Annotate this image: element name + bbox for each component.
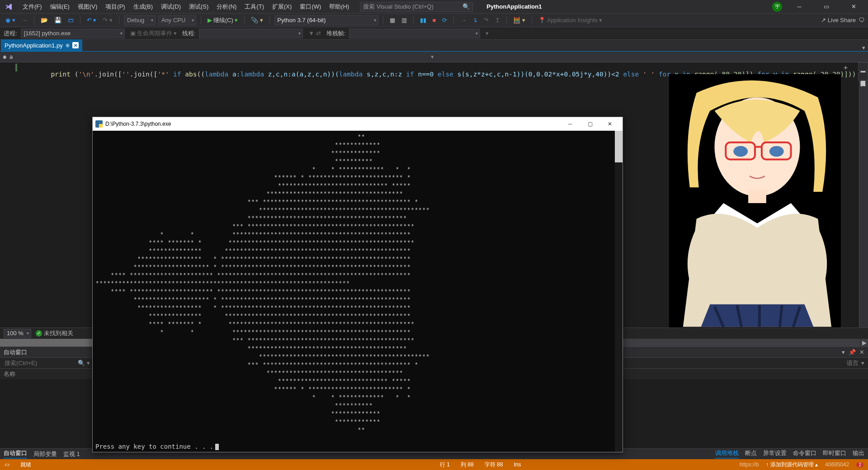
search-input[interactable]: 搜索 Visual Studio (Ctrl+Q) 🔍 bbox=[360, 2, 473, 12]
side-tab-team[interactable]: 团队资源管理器 bbox=[858, 72, 868, 81]
search-dropdown-icon[interactable]: 🔍 ▾ bbox=[78, 360, 90, 366]
tab-watch[interactable]: 监视 1 bbox=[63, 450, 80, 458]
platform-select[interactable]: Any CPU bbox=[158, 15, 196, 25]
h-scroll-thumb[interactable] bbox=[0, 339, 97, 347]
change-marker bbox=[15, 64, 17, 71]
restart-button[interactable]: ⟳ bbox=[440, 16, 449, 24]
error-status[interactable]: ✓ 未找到相关 bbox=[36, 329, 73, 337]
tab-breakpoints[interactable]: 断点 bbox=[745, 449, 757, 459]
console-scroll-thumb[interactable] bbox=[615, 131, 623, 162]
menu-window[interactable]: 窗口(W) bbox=[296, 1, 325, 13]
status-col: 列 88 bbox=[461, 461, 474, 469]
console-window: D:\Python-3.7.3\python.exe ─ ▢ ✕ ** bbox=[92, 117, 623, 452]
zoom-select[interactable]: 100 % bbox=[4, 329, 31, 338]
redo-button: ↷ ▾ bbox=[101, 16, 114, 24]
panel-pin-icon[interactable]: 📌 bbox=[849, 349, 856, 356]
interpreter-select[interactable]: Python 3.7 (64-bit) bbox=[274, 15, 378, 25]
menu-build[interactable]: 生成(B) bbox=[130, 1, 156, 13]
tab-overflow-button[interactable]: ▾ bbox=[862, 44, 865, 51]
stop-button[interactable]: ■ bbox=[431, 16, 438, 24]
save-button[interactable]: 💾 bbox=[52, 16, 63, 24]
window-maximize[interactable]: ▭ bbox=[816, 0, 836, 13]
insights-button[interactable]: 📍 Application Insights ▾ bbox=[537, 16, 604, 24]
tab-auto[interactable]: 自动窗口 bbox=[4, 449, 27, 459]
console-output: ** ************ ************* bbox=[93, 131, 623, 435]
console-minimize[interactable]: ─ bbox=[560, 118, 580, 130]
save-all-button[interactable]: 🗃 bbox=[66, 16, 75, 24]
search-icon: 🔍 bbox=[462, 3, 470, 10]
open-file-button[interactable]: 📂 bbox=[39, 16, 50, 24]
step-into-button[interactable]: ↴ bbox=[471, 16, 479, 24]
crumb-dropdown-icon[interactable]: ▾ bbox=[431, 53, 434, 60]
cursor bbox=[215, 444, 219, 450]
close-tab-button[interactable]: ✕ bbox=[72, 42, 79, 48]
vs-logo-icon bbox=[4, 1, 14, 12]
console-close[interactable]: ✕ bbox=[600, 118, 620, 130]
tab-callstack[interactable]: 调用堆栈 bbox=[715, 449, 739, 459]
status-ready: 就绪 bbox=[20, 461, 31, 469]
lifecycle-button: ▣ 生命周期事件 ▾ bbox=[128, 28, 179, 38]
menu-help[interactable]: 帮助(H) bbox=[326, 1, 353, 13]
layout1-button[interactable]: ▦ bbox=[388, 16, 397, 24]
tab-output[interactable]: 输出 bbox=[853, 449, 864, 459]
thread-label: 线程: bbox=[182, 29, 196, 38]
window-minimize[interactable]: ─ bbox=[789, 0, 809, 13]
menu-analyze[interactable]: 分析(N) bbox=[213, 1, 240, 13]
menu-test[interactable]: 测试(S) bbox=[185, 1, 212, 13]
process-label: 进程: bbox=[4, 29, 17, 38]
file-tab[interactable]: PythonApplication1.py ⊕ ✕ bbox=[1, 39, 82, 51]
thread-select[interactable] bbox=[199, 28, 303, 38]
config-select[interactable]: Debug bbox=[124, 15, 156, 25]
main-toolbar: ◉ ▾ → 📂 💾 🗃 ↶ ▾ ↷ ▾ Debug Any CPU ▶ 继续(C… bbox=[0, 14, 868, 27]
menu-tools[interactable]: 工具(T) bbox=[241, 1, 268, 13]
undo-button[interactable]: ↶ ▾ bbox=[85, 16, 99, 24]
status-source-control[interactable]: ↑ 添加到源代码管理 ▴ bbox=[766, 461, 818, 469]
console-body[interactable]: ** ************ ************* bbox=[93, 131, 623, 452]
tab-locals[interactable]: 局部变量 bbox=[33, 450, 57, 458]
menu-view[interactable]: 视图(V) bbox=[74, 1, 101, 13]
split-editor-button[interactable]: ＋ bbox=[842, 63, 849, 72]
continue-button[interactable]: ▶ 继续(C) ▾ bbox=[206, 15, 240, 25]
tab-immediate[interactable]: 即时窗口 bbox=[823, 449, 846, 459]
nav-back-button[interactable]: ◉ ▾ bbox=[4, 16, 17, 24]
menu-extensions[interactable]: 扩展(X) bbox=[269, 1, 295, 13]
diag-button[interactable]: 🧮 ▾ bbox=[511, 16, 527, 24]
pause-button[interactable]: ▮▮ bbox=[418, 16, 428, 24]
step-over-button: ↷ bbox=[482, 16, 491, 24]
svg-point-6 bbox=[769, 146, 784, 157]
console-titlebar[interactable]: D:\Python-3.7.3\python.exe ─ ▢ ✕ bbox=[93, 117, 623, 131]
menu-project[interactable]: 项目(P) bbox=[102, 1, 128, 13]
panel-search-input[interactable] bbox=[4, 359, 76, 367]
console-title: D:\Python-3.7.3\python.exe bbox=[105, 121, 171, 127]
tab-exceptions[interactable]: 异常设置 bbox=[763, 449, 787, 459]
menu-edit[interactable]: 编辑(E) bbox=[47, 1, 73, 13]
col-name: 名称 bbox=[4, 370, 15, 378]
svg-point-5 bbox=[733, 146, 748, 157]
window-close[interactable]: ✕ bbox=[844, 0, 863, 13]
pin-icon[interactable]: ⊕ bbox=[66, 43, 70, 48]
stackframe-label: 堆栈帧: bbox=[326, 29, 346, 38]
crumb-symbol[interactable]: a bbox=[9, 53, 13, 60]
process-select[interactable]: [1652] python.exe bbox=[21, 28, 125, 38]
thread-filter-button: ▼ ⇄ bbox=[307, 29, 322, 38]
layout2-button[interactable]: ▥ bbox=[400, 16, 409, 24]
side-tab-solution[interactable]: 解决方案资源管理器 bbox=[858, 62, 868, 71]
tab-command[interactable]: 命令窗口 bbox=[793, 449, 816, 459]
step-next-button: → bbox=[458, 16, 468, 24]
language-dropdown-icon[interactable]: ▾ bbox=[861, 360, 864, 366]
panel-close-icon[interactable]: ✕ bbox=[859, 349, 864, 356]
stackframe-select[interactable] bbox=[349, 28, 480, 38]
feedback-button[interactable]: 🗨 bbox=[859, 17, 864, 24]
menu-debug[interactable]: 调试(D) bbox=[157, 1, 184, 13]
user-avatar[interactable]: 宇 bbox=[772, 2, 782, 12]
console-scrollbar[interactable] bbox=[615, 131, 623, 452]
python-icon bbox=[95, 120, 103, 128]
panel-dropdown-icon[interactable]: ▾ bbox=[842, 349, 845, 356]
notification-badge[interactable]: 2 bbox=[856, 462, 863, 467]
panel-title: 自动窗口 bbox=[4, 348, 27, 356]
h-scroll-right[interactable]: ▶ bbox=[860, 339, 868, 347]
console-maximize[interactable]: ▢ bbox=[580, 118, 600, 130]
liveshare-button[interactable]: ↗ Live Share bbox=[821, 17, 856, 24]
attach-button[interactable]: 📎 ▾ bbox=[249, 16, 265, 24]
menu-file[interactable]: 文件(F) bbox=[19, 1, 46, 13]
